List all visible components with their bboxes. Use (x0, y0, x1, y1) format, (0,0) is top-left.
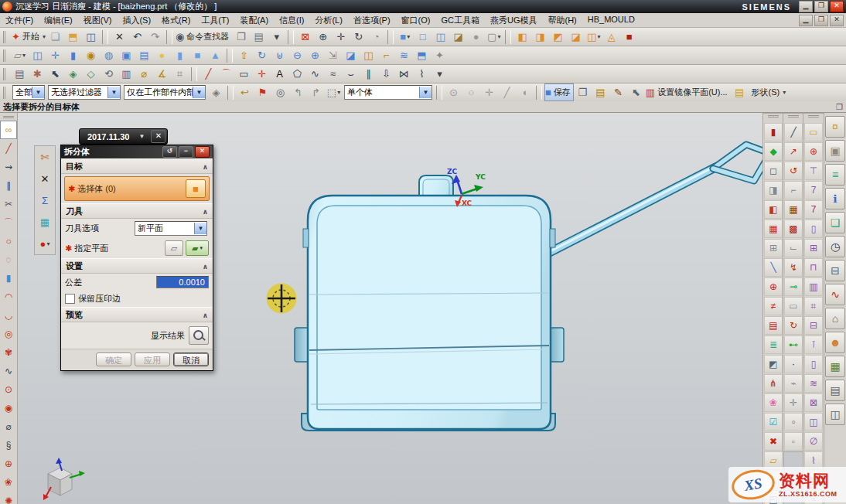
orient-view-icon[interactable]: ⟲ (100, 65, 118, 83)
menu-item-6[interactable]: 装配(A) (234, 14, 274, 27)
edit-tool-icon[interactable]: ✄ (35, 146, 55, 168)
pattern-grid-icon[interactable]: ▩ (784, 220, 803, 238)
empty-set-icon[interactable]: ∅ (804, 432, 823, 451)
snap-point-icon[interactable]: ✛ (480, 83, 498, 101)
toolbar-grip[interactable] (3, 31, 8, 43)
new-file-icon[interactable]: ❏ (46, 28, 64, 46)
pad-icon[interactable]: ▤ (135, 46, 153, 64)
people-resource-icon[interactable]: ☻ (825, 332, 845, 353)
thicken-icon[interactable]: ⬒ (413, 46, 431, 64)
undo-selection-icon[interactable]: ↩ (236, 83, 254, 101)
site-resource-icon[interactable]: ⌂ (825, 308, 845, 329)
menu-item-14[interactable]: HB_MOULD (582, 14, 640, 27)
close-button[interactable]: ✕ (830, 1, 844, 12)
toolbar-grip[interactable] (3, 49, 8, 62)
pin-icon[interactable]: ⊺ (804, 335, 823, 354)
window-resource-icon[interactable]: ◫ (825, 404, 845, 425)
tee-icon[interactable]: ⊤ (804, 162, 823, 180)
arc-icon[interactable]: ⌒ (217, 65, 235, 83)
subtract-icon[interactable]: ⊖ (288, 46, 306, 64)
pan-icon[interactable]: ✛ (332, 28, 350, 46)
cancel-button[interactable]: 取消 (173, 352, 209, 366)
background-icon[interactable]: ▢ (485, 28, 503, 46)
revolve-icon[interactable]: ↻ (253, 46, 271, 64)
link-curve-icon[interactable]: ∞ (0, 121, 17, 139)
cylinder-icon[interactable]: ▮ (64, 46, 82, 64)
toolbar-grip[interactable] (3, 116, 14, 118)
menu-item-7[interactable]: 信息(I) (274, 14, 309, 27)
boss-icon[interactable]: ◍ (100, 46, 118, 64)
ruler-icon[interactable]: ▭ (804, 123, 823, 141)
cyan-check-icon[interactable]: ☑ (764, 413, 783, 431)
history-resource-icon[interactable]: ◷ (825, 236, 845, 257)
sketch-line-icon[interactable]: ╱ (784, 123, 803, 141)
collapse-chevron-icon[interactable]: ∧ (203, 312, 208, 319)
trim-body-icon[interactable]: ◪ (342, 46, 360, 64)
arc-up-icon[interactable]: ◠ (0, 288, 17, 306)
bridge-curve-icon[interactable]: ⌣ (342, 65, 360, 83)
plane-dialog-button[interactable]: ▱ (165, 240, 183, 256)
polygon-icon[interactable]: ⬠ (288, 65, 306, 83)
window-grid-icon[interactable]: ⊞ (764, 239, 783, 257)
start-menu-button[interactable]: ✦开始 (11, 28, 46, 46)
rotate-view-icon[interactable]: ↻ (350, 28, 367, 46)
doc-restore-button[interactable]: ❐ (814, 15, 828, 26)
window-cascade-icon[interactable]: ❐ (574, 83, 592, 101)
half-cube-icon[interactable]: ◨ (764, 181, 783, 199)
door-icon[interactable]: ◫ (804, 413, 823, 431)
dashed-circle-icon[interactable]: ◌ (0, 250, 17, 269)
red-half-icon[interactable]: ◧ (764, 200, 783, 219)
delete-icon[interactable]: ✕ (111, 28, 128, 46)
save-icon[interactable]: ◫ (82, 28, 100, 46)
more-commands-icon[interactable]: ▾ (268, 28, 285, 46)
scale-body-icon[interactable]: ⇲ (324, 46, 342, 64)
concentric-icon[interactable]: ◎ (0, 325, 17, 343)
wave-curve-icon[interactable]: ∿ (0, 362, 17, 380)
toolbar-grip[interactable] (788, 115, 799, 121)
chevron-down-icon[interactable]: ▼ (32, 87, 44, 98)
split-body-icon[interactable]: ◫ (360, 46, 377, 64)
fit-view-icon[interactable]: ⊠ (296, 28, 314, 46)
preview-section-header[interactable]: 预览 ∧ (61, 307, 213, 322)
ring-icon[interactable]: ∘ (784, 413, 803, 431)
menu-item-13[interactable]: 帮助(H) (542, 14, 582, 27)
lock-bracket-icon[interactable]: ⌐ (784, 181, 803, 199)
spline-icon[interactable]: ∿ (306, 65, 324, 83)
ok-button[interactable]: 确定 (96, 352, 131, 366)
boxed-x-icon[interactable]: ⊠ (804, 393, 823, 412)
studio-spline-icon[interactable]: ≈ (324, 65, 342, 83)
layer-stack-icon[interactable]: ▦ (35, 211, 55, 233)
annotate-icon[interactable]: ✎ (609, 83, 627, 101)
perspective-icon[interactable]: ◔ (367, 28, 385, 46)
roles-resource-icon[interactable]: ¤ (825, 116, 845, 138)
plus-icon[interactable]: ✛ (784, 393, 803, 412)
chevron-down-icon[interactable]: ▼ (193, 87, 205, 98)
toolbar-grip[interactable] (768, 115, 779, 121)
section-view-icon[interactable]: ◪ (449, 28, 467, 46)
intersection-curve-icon[interactable]: ⋈ (395, 65, 413, 83)
zigzag-icon[interactable]: ↯ (784, 258, 803, 277)
select-body-button[interactable]: ■ (186, 179, 206, 198)
chevron-down-icon[interactable]: ▼ (134, 133, 149, 140)
work-part-icon[interactable]: ■ (620, 28, 638, 46)
move-component-icon[interactable]: ◧ (513, 28, 531, 46)
selection-rule-dropdown[interactable]: 单个体▼ (344, 85, 432, 100)
material-icon[interactable]: ▮ (764, 123, 783, 141)
tiny-box-icon[interactable]: ▫ (784, 432, 803, 451)
shaded-view-icon[interactable]: ■ (396, 28, 414, 46)
collapse-chevron-icon[interactable]: ∧ (203, 263, 208, 271)
prompt-window-icon[interactable]: ❐ (836, 103, 843, 111)
dialog-reset-icon[interactable]: ↺ (162, 146, 177, 158)
hole-icon[interactable]: ◉ (82, 46, 100, 64)
petal-icon[interactable]: ❀ (0, 473, 17, 492)
target-section-header[interactable]: 目标 ∧ (61, 158, 213, 174)
rectangle-icon[interactable]: ▭ (235, 65, 253, 83)
line-icon[interactable]: ╱ (200, 65, 217, 83)
collapse-chevron-icon[interactable]: ∧ (203, 208, 208, 216)
measure-distance-icon[interactable]: ⌀ (135, 65, 153, 83)
zoom-icon[interactable]: ⊕ (314, 28, 332, 46)
section-curve-icon[interactable]: § (0, 436, 17, 455)
more-curves-icon[interactable]: ▾ (431, 65, 449, 83)
chevron-down-icon[interactable]: ▼ (419, 87, 432, 98)
green-diamond-icon[interactable]: ◆ (764, 142, 783, 161)
